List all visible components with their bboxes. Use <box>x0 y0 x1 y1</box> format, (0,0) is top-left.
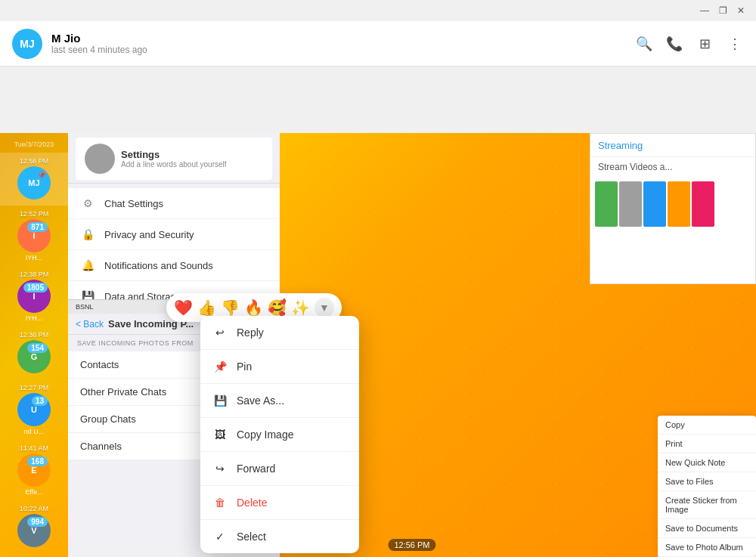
delete-icon: 🗑 <box>212 495 228 510</box>
unread-badge: 1805 <box>23 283 48 292</box>
avatar-container: E 168 <box>17 453 51 488</box>
date-label: Tue/3/7/2023 <box>0 133 68 153</box>
settings-item-chats[interactable]: ⚙ Chat Settings <box>68 188 280 219</box>
emoji-sparkles[interactable]: ✨ <box>291 299 310 317</box>
chat-item-active[interactable]: 12:56 PM MJ 📌 <box>0 153 68 206</box>
notifications-icon: 🔔 <box>80 258 95 273</box>
carrier-label: BSNL <box>76 303 94 311</box>
avatar-container: U 13 <box>17 393 51 428</box>
context-delete[interactable]: 🗑 Delete <box>200 486 359 519</box>
context-reply[interactable]: ↩ Reply <box>200 316 359 349</box>
ctx-save-docs[interactable]: Save to Documents <box>658 519 756 538</box>
time-badge-container: 12:56 PM <box>388 539 435 551</box>
bar-3 <box>643 181 666 227</box>
bar-2 <box>619 181 642 227</box>
streaming-title: Streaming <box>598 140 643 151</box>
list-item[interactable]: 10:22 AM V 994 <box>0 500 68 553</box>
save-icon: 💾 <box>212 393 228 408</box>
minimize-button[interactable]: — <box>696 2 714 20</box>
list-item[interactable]: 11:41 AM E 168 Effe... <box>0 440 68 500</box>
avatar-container: G 154 <box>17 340 51 375</box>
ctx-print[interactable]: Print <box>658 435 756 453</box>
chat-list: Tue/3/7/2023 12:56 PM MJ 📌 12:52 PM I 87… <box>0 133 68 557</box>
save-as-label: Save As... <box>237 395 284 407</box>
call-icon[interactable]: 📞 <box>665 35 683 53</box>
settings-item-privacy[interactable]: 🔒 Privacy and Security <box>68 219 280 250</box>
ctx-quick-note[interactable]: New Quick Note <box>658 453 756 472</box>
emoji-fire[interactable]: 🔥 <box>244 299 263 317</box>
emoji-thumbsup[interactable]: 👍 <box>197 299 216 317</box>
maximize-button[interactable]: ❐ <box>714 2 732 20</box>
context-forward[interactable]: ↪ Forward <box>200 452 359 485</box>
header-info: M Jio last seen 4 minutes ago <box>51 32 635 55</box>
chat-background: Settings Add a line words about yourself… <box>68 133 756 557</box>
reply-label: Reply <box>237 326 264 339</box>
chat-settings-icon: ⚙ <box>80 196 95 211</box>
unread-badge: 13 <box>32 396 48 406</box>
streaming-bars <box>590 177 755 231</box>
titlebar: — ❐ ✕ <box>0 0 756 21</box>
privacy-icon: 🔒 <box>80 227 95 242</box>
unread-badge: 168 <box>27 456 48 466</box>
select-label: Select <box>237 531 266 543</box>
list-item[interactable]: 12:27 PM U 13 nd U... <box>0 379 68 440</box>
ctx-save-album[interactable]: Save to Photo Album <box>658 538 756 557</box>
profile-text: Settings Add a line words about yourself <box>121 149 227 169</box>
unread-badge: 154 <box>27 343 48 353</box>
list-item[interactable]: 7:33 AM V 84 Voice... <box>0 553 68 557</box>
chat-header: MJ M Jio last seen 4 minutes ago 🔍 📞 ⊞ ⋮ <box>0 21 756 67</box>
ctx-copy[interactable]: Copy <box>658 416 756 435</box>
pin-label: Pin <box>237 361 252 373</box>
profile-avatar <box>85 144 115 174</box>
bar-4 <box>668 181 690 227</box>
emoji-heart[interactable]: ❤️ <box>174 299 193 317</box>
chat-name: M Jio <box>51 32 635 45</box>
streaming-subtitle: Stream Videos a... <box>590 157 755 177</box>
pin-icon: 📌 <box>37 171 46 179</box>
settings-top: Settings Add a line words about yourself <box>68 133 280 184</box>
ctx-save-files[interactable]: Save to Files <box>658 472 756 491</box>
context-save-as[interactable]: 💾 Save As... <box>200 384 359 417</box>
context-pin[interactable]: 📌 Pin <box>200 350 359 383</box>
forward-label: Forward <box>237 463 275 475</box>
select-icon: ✓ <box>212 529 228 544</box>
right-context-menu: Copy Print New Quick Note Save to Files … <box>658 416 756 557</box>
context-select[interactable]: ✓ Select <box>200 520 359 553</box>
header-actions: 🔍 📞 ⊞ ⋮ <box>635 35 744 53</box>
context-copy-image[interactable]: 🖼 Copy Image <box>200 418 359 451</box>
columns-icon[interactable]: ⊞ <box>696 35 714 53</box>
emoji-more-button[interactable]: ▼ <box>314 298 334 317</box>
streaming-header: Streaming <box>590 134 755 157</box>
avatar-container: I 871 <box>17 219 51 254</box>
time-badge: 12:56 PM <box>388 539 435 551</box>
pin-icon: 📌 <box>212 359 228 374</box>
close-button[interactable]: ✕ <box>732 2 750 20</box>
reply-icon: ↩ <box>212 325 228 340</box>
main-area: Tue/3/7/2023 12:56 PM MJ 📌 12:52 PM I 87… <box>0 67 756 557</box>
profile-row: Settings Add a line words about yourself <box>76 138 272 180</box>
unread-badge: 994 <box>27 517 48 527</box>
bar-5 <box>692 181 714 227</box>
bar-1 <box>595 181 618 227</box>
more-icon[interactable]: ⋮ <box>726 35 744 53</box>
avatar-container: I 1805 <box>17 280 51 314</box>
search-icon[interactable]: 🔍 <box>635 35 653 53</box>
settings-item-notifications[interactable]: 🔔 Notifications and Sounds <box>68 250 280 281</box>
back-button[interactable]: < Back <box>76 319 104 330</box>
list-item[interactable]: 12:38 PM I 1805 IYH... <box>0 266 68 326</box>
context-menu: ↩ Reply 📌 Pin 💾 Save As... 🖼 Copy Image … <box>200 316 359 553</box>
avatar: MJ <box>12 29 42 59</box>
list-item[interactable]: 12:52 PM I 871 IYH... <box>0 206 68 266</box>
delete-label: Delete <box>237 497 267 509</box>
chat-status: last seen 4 minutes ago <box>51 45 635 55</box>
list-item[interactable]: 12:36 PM G 154 <box>0 326 68 379</box>
profile-bio: Add a line words about yourself <box>121 160 227 169</box>
avatar-container: V 994 <box>17 514 51 549</box>
unread-badge: 871 <box>27 222 48 232</box>
copy-image-icon: 🖼 <box>212 427 228 442</box>
ctx-sticker[interactable]: Create Sticker from Image <box>658 491 756 519</box>
forward-icon: ↪ <box>212 461 228 476</box>
emoji-love[interactable]: 🥰 <box>268 299 287 317</box>
emoji-thumbsdown[interactable]: 👎 <box>221 299 240 317</box>
avatar-container: MJ 📌 <box>17 166 51 201</box>
